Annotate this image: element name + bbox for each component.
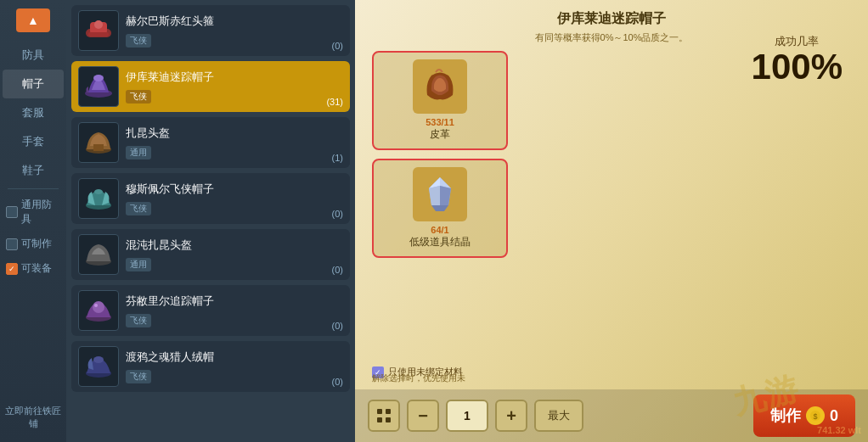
item-tag: 飞侠 (126, 370, 151, 383)
item-tag: 飞侠 (126, 34, 151, 48)
list-item[interactable]: 穆斯佩尔飞侠帽子 飞侠 (0) (71, 173, 350, 224)
craft-panel: 伊库莱迪迷踪帽子 有同等概率获得0%～10%品质之一。 成功几率 100% 53… (355, 0, 868, 442)
item-details: 渡鸦之魂猎人绒帽 飞侠 (126, 350, 343, 383)
svg-point-5 (93, 75, 104, 81)
item-tag: 飞侠 (126, 90, 151, 104)
item-icon (78, 290, 119, 331)
grid-view-button[interactable] (368, 400, 400, 432)
item-count: (0) (332, 265, 343, 275)
material-slot-crystal: 64/1 低级道具结晶 (372, 159, 508, 258)
list-item[interactable]: 赫尔巴斯赤红头箍 飞侠 (0) (71, 5, 350, 56)
item-details: 混沌扎昆头盔 通用 (126, 238, 343, 271)
goto-blacksmith[interactable]: 立即前往铁匠铺 (0, 401, 66, 434)
material-icon-leather (413, 59, 467, 114)
item-icon (78, 122, 119, 163)
list-item[interactable]: 伊库莱迪迷踪帽子 飞侠 (31) (71, 61, 350, 112)
svg-marker-19 (440, 186, 451, 205)
item-name: 混沌扎昆头盔 (126, 238, 343, 253)
sidebar-divider-1 (8, 188, 59, 189)
item-list-panel: 赫尔巴斯赤红头箍 飞侠 (0) 伊库莱迪迷踪帽子 飞侠 (31) (66, 0, 355, 442)
filter-universal-armor-checkbox[interactable] (6, 206, 18, 218)
item-icon (78, 178, 119, 219)
coin-icon: $ (806, 406, 825, 425)
filter-universal-armor[interactable]: 通用防具 (3, 193, 64, 232)
sidebar: 防具 帽子 套服 手套 鞋子 通用防具 可制作 可装备 立即前往铁匠铺 (0, 0, 66, 442)
item-tag: 飞侠 (126, 202, 151, 215)
svg-point-13 (94, 304, 98, 307)
success-area: 成功几率 100% (752, 34, 843, 85)
item-details: 赫尔巴斯赤红头箍 飞侠 (126, 14, 343, 48)
list-item[interactable]: 扎昆头盔 通用 (1) (71, 117, 350, 168)
svg-point-15 (93, 356, 104, 363)
item-tag: 通用 (126, 146, 151, 159)
item-tag: 通用 (126, 258, 151, 271)
item-count: (1) (332, 153, 343, 163)
filter-craftable[interactable]: 可制作 (3, 232, 64, 256)
unbound-note: 解除选择时，优先使用未 (372, 372, 465, 384)
quantity-display: 1 (446, 400, 488, 432)
item-details: 穆斯佩尔飞侠帽子 飞侠 (126, 182, 343, 215)
svg-point-2 (94, 20, 103, 29)
filter-equippable-checkbox[interactable] (6, 263, 18, 275)
sidebar-up-arrow[interactable] (16, 8, 50, 32)
item-count: (0) (332, 209, 343, 219)
item-details: 芬敝里尔追踪帽子 飞侠 (126, 294, 343, 327)
material-qty-crystal: 64/1 (431, 225, 448, 235)
craft-button[interactable]: 制作 $ 0 (753, 394, 855, 437)
craft-title: 伊库莱迪迷踪帽子 (355, 0, 868, 31)
item-name: 伊库莱迪迷踪帽子 (126, 70, 343, 85)
craft-cost: 0 (830, 407, 838, 425)
item-icon (78, 66, 119, 107)
material-name-crystal: 低级道具结晶 (409, 235, 471, 249)
sidebar-item-hat[interactable]: 帽子 (3, 70, 64, 98)
decrease-button[interactable]: − (407, 400, 439, 432)
svg-text:$: $ (813, 412, 817, 421)
craft-button-label: 制作 (770, 406, 801, 426)
material-name-leather: 皮革 (430, 127, 450, 142)
item-name: 赫尔巴斯赤红头箍 (126, 14, 343, 29)
item-icon (78, 10, 119, 51)
svg-rect-46 (386, 417, 391, 422)
item-count: (0) (332, 321, 343, 331)
bottom-controls: − 1 + 最大 制作 $ 0 (355, 389, 868, 442)
item-details: 伊库莱迪迷踪帽子 飞侠 (126, 70, 343, 104)
item-details: 扎昆头盔 通用 (126, 126, 343, 159)
svg-marker-21 (431, 205, 448, 211)
filter-equippable[interactable]: 可装备 (3, 256, 64, 281)
item-tag: 飞侠 (126, 314, 151, 327)
sidebar-item-suit[interactable]: 套服 (3, 98, 64, 127)
material-slot-leather: 533/11 皮革 (372, 51, 508, 150)
materials-area: 533/11 皮革 64/1 低级道具结晶 (372, 51, 542, 266)
list-item[interactable]: 芬敝里尔追踪帽子 飞侠 (0) (71, 285, 350, 336)
item-count: (31) (326, 97, 343, 107)
material-qty-leather: 533/11 (426, 117, 454, 127)
svg-marker-20 (429, 186, 440, 205)
item-name: 芬敝里尔追踪帽子 (126, 294, 343, 309)
filter-craftable-checkbox[interactable] (6, 238, 18, 250)
svg-rect-45 (377, 417, 382, 422)
sidebar-item-shoe[interactable]: 鞋子 (3, 156, 64, 185)
svg-point-9 (94, 189, 103, 194)
item-count: (0) (332, 41, 343, 51)
item-name: 渡鸦之魂猎人绒帽 (126, 350, 343, 365)
item-name: 扎昆头盔 (126, 126, 343, 141)
material-icon-crystal (413, 167, 467, 221)
svg-rect-7 (93, 144, 104, 151)
sidebar-item-armor[interactable]: 防具 (3, 41, 64, 70)
sidebar-item-glove[interactable]: 手套 (3, 127, 64, 156)
success-pct: 100% (752, 49, 843, 85)
list-item[interactable]: 渡鸦之魂猎人绒帽 飞侠 (0) (71, 341, 350, 392)
item-icon (78, 234, 119, 275)
max-button[interactable]: 最大 (534, 400, 583, 432)
item-count: (0) (332, 377, 343, 387)
svg-rect-43 (377, 409, 382, 414)
svg-point-12 (93, 301, 104, 313)
item-name: 穆斯佩尔飞侠帽子 (126, 182, 343, 197)
svg-rect-44 (386, 409, 391, 414)
list-item[interactable]: 混沌扎昆头盔 通用 (0) (71, 229, 350, 280)
item-icon (78, 346, 119, 387)
increase-button[interactable]: + (495, 400, 527, 432)
svg-rect-3 (88, 32, 109, 36)
